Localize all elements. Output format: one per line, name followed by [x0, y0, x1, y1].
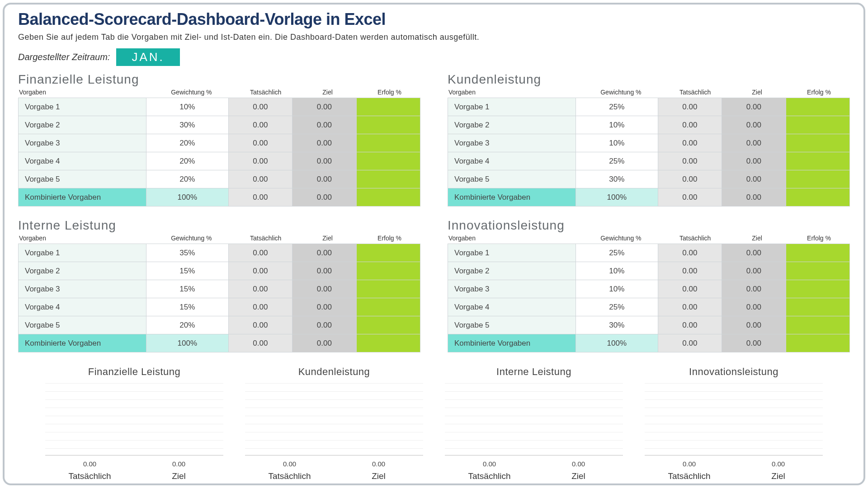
row-target[interactable]: 0.00	[722, 152, 786, 170]
chart-plot-area	[645, 383, 823, 455]
row-weight[interactable]: 20%	[146, 316, 228, 334]
gridline	[245, 416, 423, 416]
row-target[interactable]: 0.00	[292, 280, 356, 298]
row-weight[interactable]: 20%	[146, 170, 228, 188]
table-row: Vorgabe 315%0.000.00	[19, 280, 420, 298]
row-name[interactable]: Vorgabe 5	[448, 316, 576, 334]
row-name[interactable]: Vorgabe 5	[448, 170, 576, 188]
row-target[interactable]: 0.00	[722, 298, 786, 316]
row-name[interactable]: Vorgabe 2	[448, 116, 576, 134]
row-target[interactable]: 0.00	[292, 134, 356, 152]
row-actual[interactable]: 0.00	[228, 98, 292, 116]
row-target[interactable]: 0.00	[722, 170, 786, 188]
row-weight[interactable]: 10%	[576, 134, 658, 152]
row-weight[interactable]: 20%	[146, 152, 228, 170]
gridline	[445, 416, 623, 416]
x-actual-val: 0.00	[45, 460, 134, 468]
row-actual[interactable]: 0.00	[658, 280, 722, 298]
row-actual[interactable]: 0.00	[658, 134, 722, 152]
row-actual[interactable]: 0.00	[228, 262, 292, 280]
row-success	[356, 316, 420, 334]
row-actual[interactable]: 0.00	[228, 280, 292, 298]
row-target[interactable]: 0.00	[292, 116, 356, 134]
row-weight[interactable]: 15%	[146, 298, 228, 316]
row-actual[interactable]: 0.00	[228, 298, 292, 316]
row-target[interactable]: 0.00	[722, 316, 786, 334]
row-name[interactable]: Vorgabe 4	[448, 152, 576, 170]
dashboard-frame: Balanced-Scorecard-Dashboard-Vorlage in …	[3, 3, 865, 485]
row-weight[interactable]: 10%	[576, 262, 658, 280]
row-actual[interactable]: 0.00	[658, 98, 722, 116]
row-weight[interactable]: 10%	[146, 98, 228, 116]
row-name[interactable]: Vorgabe 1	[448, 244, 576, 262]
row-target[interactable]: 0.00	[292, 316, 356, 334]
row-name[interactable]: Vorgabe 5	[19, 170, 146, 188]
scorecard-panel: Finanzielle LeistungVorgabenGewichtung %…	[18, 72, 420, 206]
table-row: Vorgabe 135%0.000.00	[19, 244, 420, 262]
row-target[interactable]: 0.00	[722, 262, 786, 280]
row-actual[interactable]: 0.00	[228, 316, 292, 334]
row-target[interactable]: 0.00	[722, 116, 786, 134]
row-actual[interactable]: 0.00	[228, 152, 292, 170]
row-weight[interactable]: 35%	[146, 244, 228, 262]
row-actual[interactable]: 0.00	[658, 316, 722, 334]
row-actual[interactable]: 0.00	[658, 116, 722, 134]
row-weight[interactable]: 25%	[576, 152, 658, 170]
row-target[interactable]: 0.00	[292, 262, 356, 280]
row-name[interactable]: Vorgabe 2	[448, 262, 576, 280]
table-row: Vorgabe 420%0.000.00	[19, 152, 420, 170]
row-name[interactable]: Vorgabe 3	[19, 134, 146, 152]
row-target[interactable]: 0.00	[292, 152, 356, 170]
row-actual[interactable]: 0.00	[228, 170, 292, 188]
row-target[interactable]: 0.00	[292, 244, 356, 262]
x-target-val: 0.00	[734, 460, 823, 468]
row-target[interactable]: 0.00	[292, 170, 356, 188]
row-target[interactable]: 0.00	[722, 98, 786, 116]
row-weight[interactable]: 25%	[576, 244, 658, 262]
row-name[interactable]: Vorgabe 5	[19, 316, 146, 334]
row-actual[interactable]: 0.00	[658, 170, 722, 188]
row-success	[786, 316, 849, 334]
table-row: Vorgabe 125%0.000.00	[448, 244, 850, 262]
row-target[interactable]: 0.00	[722, 244, 786, 262]
total-weight: 100%	[146, 188, 228, 206]
row-weight[interactable]: 25%	[576, 98, 658, 116]
row-weight[interactable]: 15%	[146, 280, 228, 298]
row-target[interactable]: 0.00	[292, 298, 356, 316]
row-actual[interactable]: 0.00	[658, 152, 722, 170]
table-row: Vorgabe 425%0.000.00	[448, 152, 850, 170]
row-success	[786, 116, 849, 134]
row-name[interactable]: Vorgabe 3	[19, 280, 146, 298]
row-name[interactable]: Vorgabe 4	[19, 298, 146, 316]
row-weight[interactable]: 20%	[146, 134, 228, 152]
row-weight[interactable]: 10%	[576, 116, 658, 134]
row-target[interactable]: 0.00	[292, 98, 356, 116]
row-name[interactable]: Vorgabe 1	[448, 98, 576, 116]
row-name[interactable]: Vorgabe 1	[19, 244, 146, 262]
row-name[interactable]: Vorgabe 3	[448, 134, 576, 152]
period-select[interactable]: JAN.	[116, 48, 179, 66]
row-weight[interactable]: 25%	[576, 298, 658, 316]
row-actual[interactable]: 0.00	[228, 134, 292, 152]
row-target[interactable]: 0.00	[722, 280, 786, 298]
row-actual[interactable]: 0.00	[228, 244, 292, 262]
row-name[interactable]: Vorgabe 3	[448, 280, 576, 298]
row-name[interactable]: Vorgabe 1	[19, 98, 146, 116]
row-target[interactable]: 0.00	[722, 134, 786, 152]
row-weight[interactable]: 30%	[146, 116, 228, 134]
row-actual[interactable]: 0.00	[658, 298, 722, 316]
row-weight[interactable]: 10%	[576, 280, 658, 298]
row-actual[interactable]: 0.00	[228, 116, 292, 134]
row-success	[356, 116, 420, 134]
row-name[interactable]: Vorgabe 4	[19, 152, 146, 170]
row-weight[interactable]: 15%	[146, 262, 228, 280]
row-name[interactable]: Vorgabe 2	[19, 262, 146, 280]
row-actual[interactable]: 0.00	[658, 244, 722, 262]
row-name[interactable]: Vorgabe 4	[448, 298, 576, 316]
gridline	[645, 448, 823, 449]
total-weight: 100%	[146, 334, 228, 352]
row-name[interactable]: Vorgabe 2	[19, 116, 146, 134]
row-weight[interactable]: 30%	[576, 316, 658, 334]
row-actual[interactable]: 0.00	[658, 262, 722, 280]
row-weight[interactable]: 30%	[576, 170, 658, 188]
